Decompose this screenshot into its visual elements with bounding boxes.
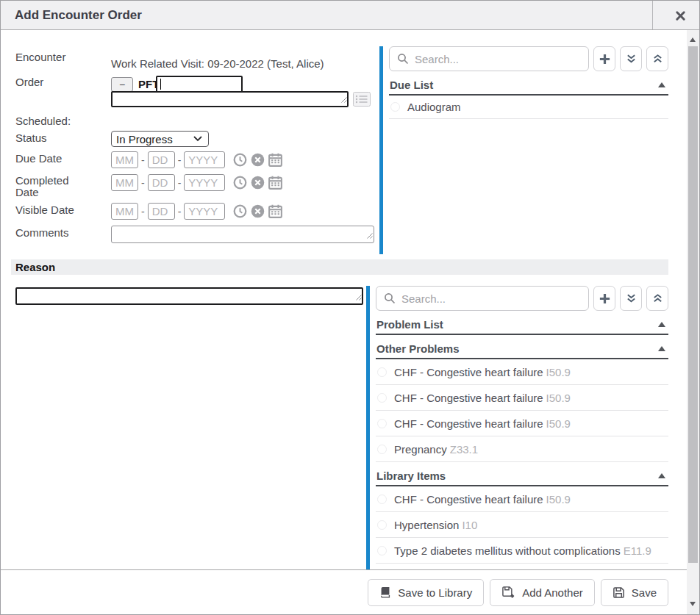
library-items-section-header[interactable]: Library Items [376, 466, 668, 486]
problem-name: PregnancyZ33.1 [394, 443, 478, 456]
remove-order-button[interactable]: − [111, 77, 133, 92]
radio-icon[interactable] [377, 445, 387, 454]
triangle-up-icon[interactable] [658, 346, 665, 351]
due-date-yyyy-input[interactable] [184, 151, 225, 168]
completed-date-yyyy-input[interactable] [184, 174, 225, 191]
problem-name: CHF - Congestive heart failureI50.9 [394, 417, 571, 430]
expand-all-button[interactable] [620, 46, 642, 71]
book-icon [379, 586, 391, 598]
radio-icon[interactable] [377, 494, 387, 504]
comments-label: Comments [15, 226, 69, 239]
problem-search-input[interactable] [401, 292, 581, 305]
clear-circle-icon[interactable] [251, 204, 265, 218]
radio-icon[interactable] [377, 419, 387, 428]
due-list-panel: Due List Audiogram [379, 46, 668, 254]
status-label: Status [15, 132, 47, 144]
scheduled-label: Scheduled: [15, 115, 71, 127]
completed-date-mm-input[interactable] [111, 174, 138, 191]
add-problem-button[interactable] [593, 286, 615, 311]
visible-date-dd-input[interactable] [148, 203, 175, 220]
double-chevron-up-icon [652, 293, 663, 304]
resize-grip-icon[interactable] [341, 93, 347, 106]
dialog-titlebar: Add Encounter Order [1, 1, 699, 30]
collapse-all-button[interactable] [646, 46, 668, 71]
minus-icon: − [119, 79, 125, 90]
due-search-box [389, 46, 589, 71]
problem-item[interactable]: PregnancyZ33.1 [376, 436, 668, 462]
due-date-mm-input[interactable] [111, 151, 138, 168]
problem-name: HypertensionI10 [394, 519, 477, 531]
problem-item[interactable]: CHF - Congestive heart failureI50.9 [376, 385, 668, 411]
scroll-down-arrow-icon[interactable] [690, 602, 696, 606]
status-select[interactable]: In Progress [111, 131, 209, 147]
problem-code: Z33.1 [450, 443, 478, 456]
radio-icon[interactable] [377, 546, 387, 555]
due-item-label: Audiogram [407, 101, 461, 113]
clock-icon[interactable] [233, 176, 247, 190]
expand-all-button[interactable] [620, 286, 642, 311]
completed-date-dd-input[interactable] [148, 174, 175, 191]
radio-icon[interactable] [377, 520, 387, 530]
dialog-title: Add Encounter Order [15, 8, 142, 23]
date-separator: - [178, 154, 182, 166]
other-problems-section-header[interactable]: Other Problems [376, 339, 668, 359]
close-button[interactable] [671, 8, 690, 23]
save-button[interactable]: Save [601, 579, 668, 606]
calendar-icon[interactable] [268, 153, 282, 167]
vertical-scrollbar[interactable] [687, 30, 699, 615]
clear-circle-icon[interactable] [251, 153, 265, 167]
date-separator: - [141, 177, 145, 189]
clear-circle-icon[interactable] [251, 176, 265, 190]
due-date-dd-input[interactable] [148, 151, 175, 168]
close-icon [675, 10, 686, 21]
calendar-icon[interactable] [268, 176, 282, 190]
problem-list-panel: Problem List Other Problems CHF - Conges… [366, 286, 668, 570]
order-label: Order [15, 76, 43, 88]
problem-item[interactable]: CHF - Congestive heart failureI50.9 [376, 411, 668, 436]
add-encounter-order-dialog: Add Encounter Order Encounter Order Sche… [0, 0, 700, 615]
radio-icon[interactable] [390, 102, 400, 112]
problem-code: E11.9 [624, 544, 651, 557]
problem-code: I50.9 [546, 392, 571, 404]
clock-icon[interactable] [233, 153, 247, 167]
scroll-up-arrow-icon[interactable] [690, 37, 696, 42]
order-description-input[interactable] [111, 91, 349, 107]
resize-grip-icon[interactable] [356, 290, 362, 303]
add-due-item-button[interactable] [593, 46, 615, 71]
order-lookup-button[interactable] [353, 92, 371, 107]
radio-icon[interactable] [377, 367, 387, 377]
clock-icon[interactable] [233, 204, 247, 218]
due-date-row: - - [111, 151, 282, 168]
calendar-icon[interactable] [268, 204, 282, 218]
comments-input[interactable] [111, 226, 374, 243]
triangle-up-icon[interactable] [658, 473, 665, 478]
resize-grip-icon[interactable] [367, 229, 373, 242]
dialog-footer: Save to Library Add Another Save [1, 569, 688, 614]
scrollbar-thumb[interactable] [688, 46, 698, 563]
problem-search-box [376, 286, 589, 311]
problem-name: CHF - Congestive heart failureI50.9 [394, 366, 571, 378]
visible-date-yyyy-input[interactable] [184, 203, 225, 220]
chevron-down-icon [193, 136, 202, 142]
due-list-section-header[interactable]: Due List [389, 75, 668, 96]
problem-list-section-header[interactable]: Problem List [376, 314, 668, 335]
visible-date-mm-input[interactable] [111, 203, 138, 220]
library-item[interactable]: CHF - Congestive heart failureI50.9 [376, 486, 668, 512]
double-chevron-up-icon [652, 54, 663, 65]
due-date-label: Due Date [15, 152, 62, 165]
problem-item[interactable]: CHF - Congestive heart failureI50.9 [376, 359, 668, 385]
status-value: In Progress [116, 133, 173, 145]
collapse-all-button[interactable] [646, 286, 668, 311]
triangle-up-icon[interactable] [658, 322, 665, 327]
library-item[interactable]: HypertensionI10 [376, 512, 668, 538]
problem-code: I50.9 [546, 493, 571, 506]
radio-icon[interactable] [377, 393, 387, 403]
save-to-library-button[interactable]: Save to Library [368, 579, 484, 606]
add-another-button[interactable]: Add Another [490, 579, 595, 606]
completed-date-row: - - [111, 174, 282, 191]
triangle-up-icon[interactable] [658, 82, 665, 87]
reason-input[interactable] [15, 287, 363, 305]
due-search-input[interactable] [415, 53, 581, 65]
library-item[interactable]: Type 2 diabetes mellitus without complic… [376, 538, 668, 564]
due-list-item[interactable]: Audiogram [389, 96, 668, 119]
